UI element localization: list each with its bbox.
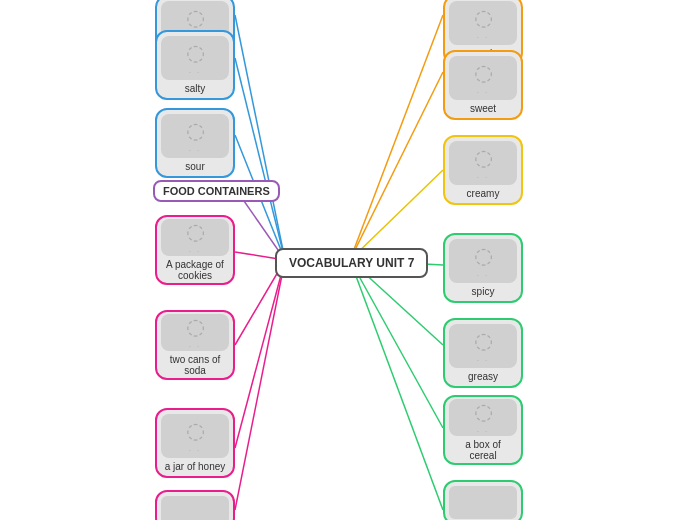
card-jar-honey-label: a jar of honey bbox=[163, 461, 228, 472]
card-jar-honey[interactable]: ◌ · · a jar of honey bbox=[155, 408, 235, 478]
card-creamy[interactable]: ◌ · · creamy bbox=[443, 135, 523, 205]
center-label: VOCABULARY UNIT 7 bbox=[289, 256, 414, 270]
card-bottom-left[interactable] bbox=[155, 490, 235, 520]
card-sour[interactable]: ◌ · · sour bbox=[155, 108, 235, 178]
card-spicy-label: spicy bbox=[470, 286, 497, 297]
svg-line-13 bbox=[350, 260, 443, 428]
card-package-cookies-label: A package of cookies bbox=[161, 259, 229, 281]
card-box-cereal[interactable]: ◌ · · a box of cereal bbox=[443, 395, 523, 465]
svg-line-6 bbox=[235, 260, 285, 448]
card-package-cookies[interactable]: ◌ · · A package of cookies bbox=[155, 215, 235, 285]
svg-line-14 bbox=[350, 260, 443, 510]
card-greasy[interactable]: ◌ · · greasy bbox=[443, 318, 523, 388]
card-salty-label: salty bbox=[183, 83, 208, 94]
card-creamy-label: creamy bbox=[465, 188, 502, 199]
svg-line-10 bbox=[350, 170, 443, 260]
center-node: VOCABULARY UNIT 7 bbox=[275, 248, 428, 278]
food-containers-label: FOOD CONTAINERS bbox=[153, 180, 280, 202]
card-sour-label: sour bbox=[183, 161, 206, 172]
card-box-cereal-label: a box of cereal bbox=[449, 439, 517, 461]
card-salty[interactable]: ◌ · · salty bbox=[155, 30, 235, 100]
svg-line-8 bbox=[350, 15, 443, 260]
card-sweet[interactable]: ◌ · · sweet bbox=[443, 50, 523, 120]
svg-line-9 bbox=[350, 72, 443, 260]
svg-line-1 bbox=[235, 58, 285, 260]
svg-line-0 bbox=[235, 15, 285, 260]
card-greasy-label: greasy bbox=[466, 371, 500, 382]
card-two-cans-label: two cans of soda bbox=[161, 354, 229, 376]
card-two-cans-soda[interactable]: ◌ · · two cans of soda bbox=[155, 310, 235, 380]
card-spicy[interactable]: ◌ · · spicy bbox=[443, 233, 523, 303]
svg-line-7 bbox=[235, 260, 285, 510]
food-containers-text: FOOD CONTAINERS bbox=[163, 185, 270, 197]
card-sweet-label: sweet bbox=[468, 103, 498, 114]
card-bottom-right[interactable] bbox=[443, 480, 523, 520]
